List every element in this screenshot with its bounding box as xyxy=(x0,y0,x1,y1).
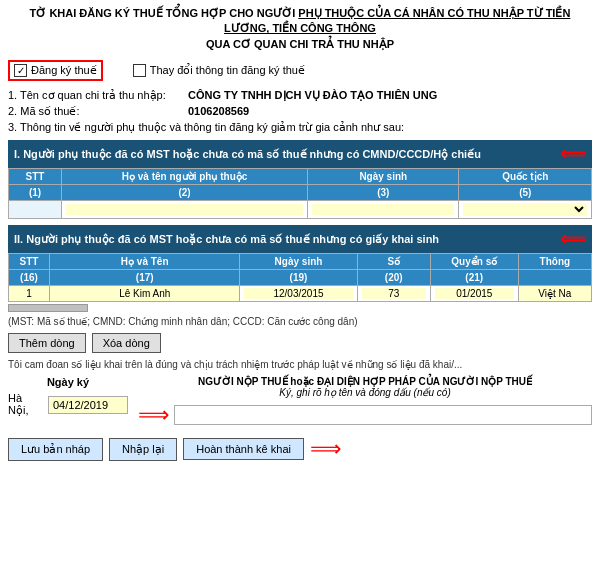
place-label: Hà Nội, xyxy=(8,392,44,417)
page-title: TỜ KHAI ĐĂNG KÝ THUẾ TỔNG HỢP CHO NGƯỜI … xyxy=(8,6,592,52)
thay-doi-checkbox-item[interactable]: Thay đổi thông tin đăng ký thuế xyxy=(133,64,305,77)
cam-ket-text: Tôi cam đoan số liệu khai trên là đúng v… xyxy=(8,359,592,370)
section2-col-header: STT Họ và Tên Ngày sinh Số Quyển số Thôn… xyxy=(9,254,592,270)
thay-doi-label: Thay đổi thông tin đăng ký thuế xyxy=(150,64,305,77)
s2-col-so: Số xyxy=(357,254,430,270)
s2-stt-cell: 1 xyxy=(9,286,50,302)
footer-arrow-icon: ⟹ xyxy=(310,436,342,462)
s1-dob-input[interactable] xyxy=(312,204,454,215)
section2-table-wrapper: STT Họ và Tên Ngày sinh Số Quyển số Thôn… xyxy=(8,253,592,302)
col-name: Họ và tên người phụ thuộc xyxy=(62,169,308,185)
sign-arrow-icon: ⟹ xyxy=(138,402,170,428)
sign-right-subtitle: Ký, ghi rõ họ tên và đóng dấu (nếu có) xyxy=(138,387,592,398)
s2-quyenso-input-0[interactable] xyxy=(435,288,514,299)
s2-so-input-0[interactable] xyxy=(362,288,426,299)
col-quoctich: Quốc tịch xyxy=(459,169,592,185)
section2-sub-header: (16) (17) (19) (20) (21) xyxy=(9,270,592,286)
checkbox-row: Đăng ký thuế Thay đổi thông tin đăng ký … xyxy=(8,58,592,83)
s2-name-cell: Lê Kim Anh xyxy=(50,286,240,302)
them-dong-button[interactable]: Thêm dòng xyxy=(8,333,86,353)
footer-buttons: Lưu bản nháp Nhập lại Hoàn thành kê khai… xyxy=(8,436,592,462)
section2-arrow-icon: ⟸ xyxy=(560,228,586,250)
field-1: 1. Tên cơ quan chi trả thu nhập: CÔNG TY… xyxy=(8,89,592,102)
nhap-lai-button[interactable]: Nhập lại xyxy=(109,438,177,461)
luu-ban-nhap-button[interactable]: Lưu bản nháp xyxy=(8,438,103,461)
col-dob: Ngày sinh xyxy=(308,169,459,185)
field-3: 3. Thông tin về người phụ thuộc và thông… xyxy=(8,121,592,134)
section1-input-row[interactable] xyxy=(9,201,592,219)
section1-arrow-icon: ⟸ xyxy=(560,143,586,165)
s2-col-quyenso: Quyển số xyxy=(430,254,518,270)
dang-ky-thue-label: Đăng ký thuế xyxy=(31,64,97,77)
date-row: Hà Nội, xyxy=(8,392,128,417)
s1-quoctich-select[interactable] xyxy=(463,203,587,216)
field-2: 2. Mã số thuế: 0106208569 xyxy=(8,105,592,118)
s1-name-input[interactable] xyxy=(66,204,303,215)
s2-col-thong: Thông xyxy=(518,254,591,270)
dang-ky-thue-checkbox-wrapper[interactable]: Đăng ký thuế xyxy=(8,60,103,81)
ngay-ky-label: Ngày ký xyxy=(8,376,128,388)
sign-left: Ngày ký Hà Nội, xyxy=(8,376,128,428)
scroll-indicator xyxy=(8,304,592,312)
section2-header: II. Người phụ thuộc đã có MST hoặc chưa … xyxy=(8,225,592,253)
sign-input-row: ⟹ xyxy=(138,402,592,428)
sign-section: Ngày ký Hà Nội, NGƯỜI NỘP THUẾ hoặc ĐẠI … xyxy=(8,376,592,428)
s2-col-dob: Ngày sinh xyxy=(240,254,357,270)
section1-header: I. Người phụ thuộc đã có MST hoặc chưa c… xyxy=(8,140,592,168)
col-stt: STT xyxy=(9,169,62,185)
hoan-thanh-button[interactable]: Hoàn thành kê khai xyxy=(183,438,304,460)
action-buttons: Thêm dòng Xóa dòng xyxy=(8,333,592,353)
mst-note: (MST: Mã số thuế; CMND: Chứng minh nhân … xyxy=(8,316,592,327)
sign-right-section: NGƯỜI NỘP THUẾ hoặc ĐẠI DIỆN HỢP PHÁP CỦ… xyxy=(138,376,592,428)
section2-table: STT Họ và Tên Ngày sinh Số Quyển số Thôn… xyxy=(8,253,592,302)
scroll-bar[interactable] xyxy=(8,304,88,312)
thay-doi-checkbox[interactable] xyxy=(133,64,146,77)
s2-thong-cell: Việt Na xyxy=(518,286,591,302)
dang-ky-thue-checkbox[interactable] xyxy=(14,64,27,77)
s2-dob-input-0[interactable] xyxy=(244,288,352,299)
section1-table: STT Họ và tên người phụ thuộc Ngày sinh … xyxy=(8,168,592,219)
section1-table-wrapper: STT Họ và tên người phụ thuộc Ngày sinh … xyxy=(8,168,592,219)
sign-right-title: NGƯỜI NỘP THUẾ hoặc ĐẠI DIỆN HỢP PHÁP CỦ… xyxy=(138,376,592,387)
s2-col-name: Họ và Tên xyxy=(50,254,240,270)
date-input[interactable] xyxy=(48,396,128,414)
sign-input[interactable] xyxy=(174,405,592,425)
table-row[interactable]: 1 Lê Kim Anh Việt Na xyxy=(9,286,592,302)
section1-sub-header: (1) (2) (3) (5) xyxy=(9,185,592,201)
section1-col-header: STT Họ và tên người phụ thuộc Ngày sinh … xyxy=(9,169,592,185)
xoa-dong-button[interactable]: Xóa dòng xyxy=(92,333,161,353)
s2-col-stt: STT xyxy=(9,254,50,270)
